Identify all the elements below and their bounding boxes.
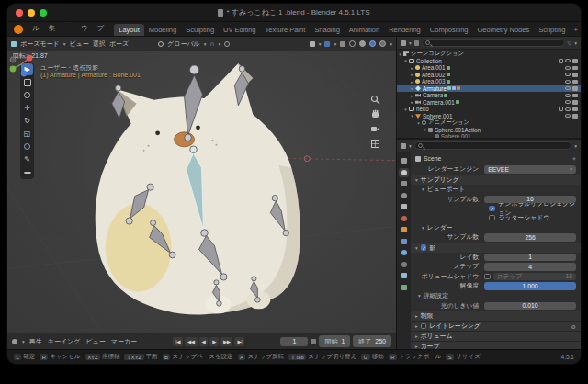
outliner-row-camera001[interactable]: ▸ Camera.001 (397, 99, 581, 107)
raytracing-settings-icon[interactable]: ⚙ (571, 323, 576, 330)
outliner-row-collection[interactable]: ▾ Collection (397, 58, 581, 65)
tab-animation[interactable]: Animation (345, 24, 384, 36)
next-keyframe-button[interactable]: ▶▶ (220, 337, 232, 346)
collection-checkbox[interactable] (559, 59, 563, 63)
cursor-tool-button[interactable] (21, 89, 33, 101)
tab-layout[interactable]: Layout (114, 24, 144, 36)
tab-particles[interactable] (399, 248, 409, 257)
measure-tool-button[interactable] (21, 166, 33, 178)
volume-steps-field[interactable]: ステップ16 (493, 273, 576, 281)
blender-logo-icon[interactable] (14, 25, 23, 34)
overlays-icon[interactable] (324, 41, 330, 47)
render-visibility-icon[interactable] (572, 107, 578, 112)
outliner-row-scene-collection[interactable]: ▾ シーンコレクション (397, 51, 581, 58)
zoom-view-button[interactable] (370, 95, 380, 105)
tab-rendering[interactable]: Rendering (384, 24, 425, 36)
outliner-display-mode-icon[interactable] (414, 40, 419, 46)
annotate-tool-button[interactable]: ✎ (21, 153, 33, 165)
tab-compositing[interactable]: Compositing (425, 24, 473, 36)
prev-keyframe-button[interactable]: ◀◀ (185, 337, 197, 346)
properties-search-input[interactable] (414, 141, 571, 150)
snap-dropdown[interactable]: ∩▾ (210, 40, 221, 47)
render-visibility-icon[interactable] (572, 59, 578, 63)
curves-section-header[interactable]: ▸カーブ (411, 341, 581, 349)
outliner-row-neko[interactable]: ▾ neko (397, 106, 581, 113)
volume-shadows-checkbox[interactable] (484, 274, 491, 280)
jitter-shadows-checkbox[interactable] (489, 215, 495, 221)
raytracing-section-header[interactable]: ▸レイトレーシング⚙ (411, 321, 581, 331)
axis-x-handle[interactable] (27, 55, 33, 62)
render-visibility-icon[interactable] (572, 66, 578, 71)
outliner-row-sphere001[interactable]: ▾ Sphere.001 (397, 113, 581, 120)
jump-to-end-button[interactable]: ▶| (234, 337, 244, 346)
tab-world[interactable] (399, 214, 409, 223)
render-visibility-icon[interactable] (572, 100, 578, 105)
outliner-search-input[interactable] (422, 39, 565, 47)
rotate-tool-button[interactable]: ↻ (21, 115, 33, 127)
viewport-samples-field[interactable]: 16 (484, 196, 576, 204)
shadows-section-header[interactable]: ▾影 (411, 243, 581, 253)
tab-uv-editing[interactable]: UV Editing (219, 24, 260, 36)
wireframe-shading-button[interactable] (349, 40, 356, 47)
outliner-row-area3[interactable]: ▸ Area.003 (397, 78, 581, 85)
outliner-row-camera[interactable]: ▸ Camera (397, 92, 581, 99)
hide-icon[interactable] (565, 114, 571, 118)
tab-tool[interactable] (399, 156, 409, 165)
hide-icon[interactable] (565, 66, 571, 70)
move-tool-button[interactable]: ✛ (21, 102, 33, 114)
raytracing-checkbox[interactable] (421, 323, 427, 330)
xray-toggle-icon[interactable] (340, 41, 345, 47)
tab-render[interactable] (399, 168, 409, 177)
light-threshold-field[interactable]: 0.010 (484, 302, 576, 311)
solid-shading-button[interactable] (359, 40, 366, 47)
outliner-editor-icon[interactable] (401, 40, 406, 46)
hide-icon[interactable] (565, 94, 571, 97)
hide-icon[interactable] (565, 107, 571, 111)
axis-y-handle[interactable] (10, 66, 17, 73)
navigation-gizmo[interactable] (7, 51, 35, 78)
timeline-editor-icon[interactable] (12, 339, 17, 344)
tab-texture-paint[interactable]: Texture Paint (261, 24, 311, 36)
tab-shading[interactable]: Shading (310, 24, 345, 36)
proportional-edit-button[interactable] (224, 41, 230, 47)
timeline-menu-playback[interactable]: 再生 (29, 337, 42, 346)
viewport-canvas[interactable]: 回転: -21.87 ユーザー・透視投影 (1) Armature | Arma… (7, 51, 396, 333)
bone-ear-left[interactable] (112, 85, 125, 119)
axis-z-handle[interactable] (21, 71, 28, 77)
tab-physics[interactable] (399, 260, 409, 269)
render-visibility-icon[interactable] (572, 94, 578, 98)
tab-scripting[interactable]: Scripting (534, 24, 570, 36)
mode-dropdown[interactable]: ポーズモード▾ (11, 40, 65, 49)
jump-to-start-button[interactable]: |◀ (173, 337, 183, 346)
tab-modeling[interactable]: Modeling (144, 24, 181, 36)
steps-field[interactable]: 4 (484, 263, 576, 271)
hide-icon[interactable] (565, 59, 571, 62)
render-samples-field[interactable]: 256 (484, 233, 576, 242)
viewport-menu-pose[interactable]: ポーズ (109, 40, 129, 49)
tab-object-data[interactable] (399, 283, 409, 292)
rays-field[interactable]: 1 (484, 254, 576, 262)
outliner-row-action-sub[interactable]: Sphere.001 (397, 133, 581, 138)
add-workspace-button[interactable]: + (570, 24, 581, 36)
shadows-checkbox[interactable] (421, 244, 427, 251)
outliner-row-action[interactable]: ▾ Sphere.001Action (397, 127, 581, 134)
tab-object[interactable] (399, 225, 409, 234)
resolution-slider[interactable]: 1.000 (484, 282, 576, 290)
filter-icon[interactable]: ▽ (568, 40, 572, 46)
viewport-menu-view[interactable]: ビュー (69, 40, 88, 49)
outliner-row-animation[interactable]: ▾ アニメーション (397, 119, 581, 127)
show-gizmo-icon[interactable] (310, 41, 315, 47)
pin-icon[interactable]: ⌖ (572, 155, 576, 163)
tab-sculpting[interactable]: Sculpting (181, 24, 219, 36)
tab-modifiers[interactable] (399, 237, 409, 246)
temporal-reprojection-checkbox[interactable] (489, 206, 495, 212)
timeline-menu-keying[interactable]: キーイング (48, 337, 81, 346)
tab-scene[interactable] (399, 202, 409, 211)
hide-icon[interactable] (565, 86, 571, 90)
transform-orientation-dropdown[interactable]: グローバル▾ (158, 40, 206, 49)
timeline-menu-view[interactable]: ビュー (85, 337, 105, 346)
sampling-section-header[interactable]: ▾サンプリング (411, 175, 581, 185)
render-visibility-icon[interactable] (572, 80, 578, 85)
collection-checkbox[interactable] (559, 107, 563, 111)
transform-tool-button[interactable] (21, 141, 33, 152)
